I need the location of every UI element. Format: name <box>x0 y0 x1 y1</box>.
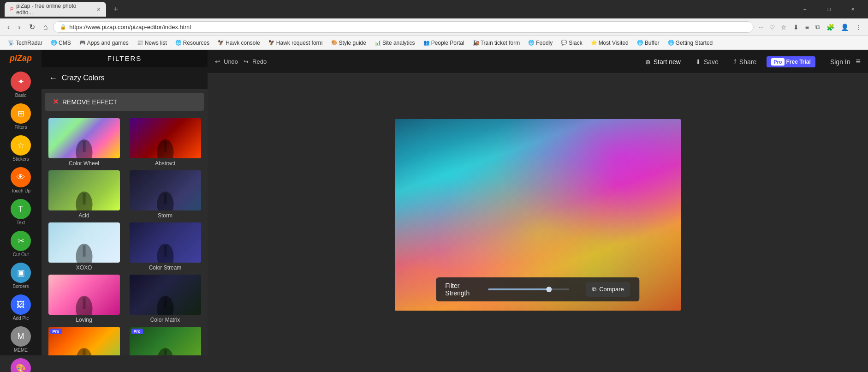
tool-add-pic[interactable]: 🖼 Add Pic <box>3 292 38 324</box>
toolbar: ↩ Undo ↪ Redo ⊕ Start new ⬇ Save ⤴ <box>208 50 868 74</box>
filter-loving[interactable]: Loving <box>45 275 123 323</box>
share-button[interactable]: ⤴ Share <box>729 55 761 68</box>
filter-color-stream[interactable]: Color Stream <box>126 222 204 271</box>
bookmark-item[interactable]: 🦅Hawk request form <box>265 39 326 47</box>
star-button[interactable]: ☆ <box>779 22 789 33</box>
bookmark-icon: 🚂 <box>473 40 479 46</box>
bookmark-label: Resources <box>183 40 209 46</box>
undo-button[interactable]: ↩ Undo <box>215 58 238 65</box>
start-new-label: Start new <box>654 58 681 66</box>
bookmark-item[interactable]: 🎨Style guide <box>328 39 369 47</box>
tool-label: Touch Up <box>11 188 30 193</box>
filter-strength-bar: Filter Strength ⧉ Compare <box>436 277 639 301</box>
bookmark-item[interactable]: 🌐CMS <box>48 39 74 47</box>
start-new-button[interactable]: ⊕ Start new <box>641 55 685 68</box>
filter-strength-slider[interactable] <box>488 288 570 290</box>
favorites-button[interactable]: ♡ <box>767 22 777 33</box>
bookmark-icon: ⭐ <box>591 40 597 46</box>
tool-text[interactable]: T Text <box>3 196 38 228</box>
pro-trial-button[interactable]: Pro Free Trial <box>767 56 815 67</box>
bookmark-item[interactable]: 🌐Getting Started <box>665 39 716 47</box>
more-button[interactable]: ··· <box>756 22 766 33</box>
main-canvas: ↩ Undo ↪ Redo ⊕ Start new ⬇ Save ⤴ <box>208 50 868 355</box>
bookmark-item[interactable]: 📊Site analytics <box>371 39 418 47</box>
home-button[interactable]: ⌂ <box>41 21 51 33</box>
tool-filters[interactable]: ⊞ Filters <box>3 101 38 132</box>
profile-button[interactable]: 👤 <box>839 22 850 33</box>
slider-thumb[interactable] <box>546 287 552 292</box>
bookmark-item[interactable]: 💬Slack <box>558 39 585 47</box>
split-button[interactable]: ⧉ <box>814 21 822 33</box>
bookmark-item[interactable]: 📰News list <box>134 39 170 47</box>
filter-abstract[interactable]: Abstract <box>126 118 204 167</box>
back-arrow-button[interactable]: ← <box>49 73 57 83</box>
tool-basic[interactable]: ✦ Basic <box>3 69 38 101</box>
download-button[interactable]: ⬇ <box>791 22 801 33</box>
bookmark-label: Buffer <box>645 40 660 46</box>
share-icon: ⤴ <box>733 58 737 66</box>
tab-close-button[interactable]: × <box>97 6 101 13</box>
tool-touch-up[interactable]: 👁 Touch Up <box>3 164 38 196</box>
bookmark-label: Train ticket form <box>481 40 520 46</box>
filter-color-matrix[interactable]: Color Matrix <box>126 275 204 323</box>
filter-name: XOXO <box>76 264 92 271</box>
title-bar: P piZap - free online photo edito... × +… <box>0 0 868 18</box>
close-button[interactable]: × <box>842 3 863 16</box>
tool-cut-out[interactable]: ✂ Cut Out <box>3 228 38 260</box>
minimize-button[interactable]: − <box>794 3 815 16</box>
sign-in-button[interactable]: Sign In <box>830 58 850 66</box>
refresh-button[interactable]: ↻ <box>26 21 38 33</box>
tool-icon: M <box>11 326 31 347</box>
redo-label: Redo <box>252 58 267 65</box>
bookmark-item[interactable]: 👥People Portal <box>420 39 468 47</box>
tool-icon: ☆ <box>11 135 31 156</box>
compare-button[interactable]: ⧉ Compare <box>586 282 630 297</box>
filter-storm[interactable]: Storm <box>126 170 204 219</box>
bookmark-item[interactable]: 🌐Feedly <box>525 39 556 47</box>
menu-icon[interactable]: ≡ <box>856 57 861 66</box>
tool-label: Text <box>17 220 25 225</box>
bookmark-item[interactable]: 🚂Train ticket form <box>470 39 523 47</box>
settings-button[interactable]: ⋮ <box>853 22 863 33</box>
remove-x-icon: ✕ <box>53 97 59 106</box>
tool-meme[interactable]: M MEME <box>3 324 38 355</box>
bookmark-item[interactable]: 🌐Resources <box>172 39 213 47</box>
bookmark-item[interactable]: ⭐Most Visited <box>588 39 632 47</box>
collections-button[interactable]: ≡ <box>803 22 811 33</box>
active-tab[interactable]: P piZap - free online photo edito... × <box>5 2 106 17</box>
redo-button[interactable]: ↪ Redo <box>244 58 267 65</box>
filters-grid: Color Wheel Abstract Acid <box>45 118 204 355</box>
tool-borders[interactable]: ▣ Borders <box>3 260 38 292</box>
maximize-button[interactable]: □ <box>818 3 839 16</box>
back-button[interactable]: ‹ <box>5 21 12 33</box>
bookmark-item[interactable]: 🦅Hawk console <box>214 39 263 47</box>
bookmark-label: Slack <box>569 40 582 46</box>
bookmark-label: News list <box>145 40 167 46</box>
filter-xoxo[interactable]: XOXO <box>45 222 123 271</box>
forward-button[interactable]: › <box>15 21 23 33</box>
bookmark-icon: 💬 <box>561 40 567 46</box>
bookmark-icon: 🦅 <box>218 40 224 46</box>
filter-color-blast[interactable]: Pro Color Blast <box>45 327 123 355</box>
filter-crossroads[interactable]: Pro Crossroads <box>126 327 204 355</box>
bookmark-item[interactable]: 🌐Buffer <box>634 39 663 47</box>
remove-effect-button[interactable]: ✕ REMOVE EFFECT <box>45 93 204 111</box>
remove-effect-label: REMOVE EFFECT <box>62 98 117 106</box>
bookmark-icon: 🌐 <box>175 40 182 46</box>
tool-paint[interactable]: 🎨 Paint <box>3 355 38 372</box>
undo-label: Undo <box>224 58 238 65</box>
tool-stickers[interactable]: ☆ Stickers <box>3 132 38 164</box>
svg-rect-9 <box>83 246 85 257</box>
filter-acid[interactable]: Acid <box>45 170 123 219</box>
new-tab-button[interactable]: + <box>110 5 122 14</box>
filters-panel: FILTERS ← Crazy Colors ✕ REMOVE EFFECT C… <box>42 50 208 355</box>
save-button[interactable]: ⬇ Save <box>691 55 723 68</box>
filter-color-wheel[interactable]: Color Wheel <box>45 118 123 167</box>
bookmark-item[interactable]: 📡TechRadar <box>5 39 46 47</box>
bookmark-icon: 🌐 <box>668 40 674 46</box>
address-bar[interactable]: 🔒 https://www.pizap.com/pizap-editor/ind… <box>53 21 754 33</box>
bookmark-item[interactable]: 🎮Apps and games <box>76 39 132 47</box>
extensions-button[interactable]: 🧩 <box>825 22 836 33</box>
pro-label: Pro <box>771 58 784 66</box>
app-area: piZap ✦ Basic ⊞ Filters ☆ Stickers 👁 Tou… <box>0 50 868 355</box>
